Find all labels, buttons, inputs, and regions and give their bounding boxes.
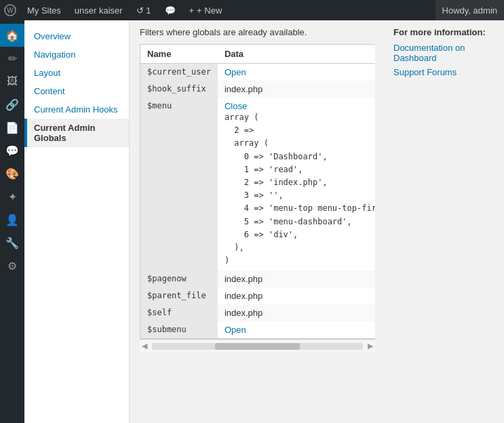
row-name-pagenow: $pagenow <box>140 270 218 287</box>
row-name-self: $self <box>140 304 218 321</box>
side-info-title: For more information: <box>393 27 496 37</box>
row-name-submenu: $submenu <box>140 321 218 339</box>
row-name-current-user: $current_user <box>140 64 218 81</box>
wp-logo[interactable]: W <box>0 0 20 20</box>
col-header-name: Name <box>140 45 218 64</box>
submenu-item-navigation[interactable]: Navigation <box>24 45 129 64</box>
row-data-pagenow: index.php <box>218 270 375 287</box>
sidebar-icon-appearance[interactable]: 🎨 <box>0 162 24 185</box>
svg-text:W: W <box>7 7 14 14</box>
sidebar-icon-posts[interactable]: ✏ <box>0 47 24 70</box>
new-label: + New <box>197 5 222 16</box>
col-header-data: Data <box>218 45 375 64</box>
open-current-user-link[interactable]: Open <box>225 67 246 77</box>
close-menu-link[interactable]: Close <box>225 101 247 111</box>
horizontal-scrollbar[interactable]: ◀ ▶ <box>140 339 375 352</box>
sidebar-icon-tools[interactable]: 🔧 <box>0 231 24 254</box>
updates-menu[interactable]: ↺ 1 <box>130 0 158 20</box>
admin-bar: W My Sites unser kaiser ↺ 1 💬 + + New Ho… <box>0 0 504 20</box>
row-data-menu: Close array ( 2 => array ( 0 => 'Dashboa… <box>218 98 375 270</box>
sidebar-icon-settings[interactable]: ⚙ <box>0 254 24 277</box>
plus-icon: + <box>189 5 195 16</box>
table-row: $parent_file index.php <box>140 287 376 304</box>
sidebar-icon-pages[interactable]: 📄 <box>0 116 24 139</box>
main-content: Filters where globals are already availa… <box>130 20 385 423</box>
submenu-panel: Overview Navigation Layout Content Curre… <box>24 20 130 423</box>
table-row: $pagenow index.php <box>140 270 376 287</box>
sidebar-icon-plugins[interactable]: ✦ <box>0 185 24 208</box>
admin-menu-icons: 🏠 ✏ 🖼 🔗 📄 💬 🎨 ✦ 👤 🔧 ⚙ <box>0 20 24 423</box>
scroll-right-arrow[interactable]: ▶ <box>366 342 375 350</box>
submenu-item-admin-hooks[interactable]: Current Admin Hooks <box>24 100 129 119</box>
table-row: $hook_suffix index.php <box>140 81 376 98</box>
row-data-submenu: Open <box>218 321 375 339</box>
menu-code-block: array ( 2 => array ( 0 => 'Dashboard', 1… <box>225 111 375 267</box>
globals-table: Name Data $current_user Open $hook_suf <box>140 44 375 339</box>
my-sites-menu[interactable]: My Sites <box>20 0 68 20</box>
row-data-parent-file: index.php <box>218 287 375 304</box>
globals-table-wrapper: Name Data $current_user Open $hook_suf <box>140 44 375 339</box>
table-row: $menu Close array ( 2 => array ( 0 => 'D… <box>140 98 376 270</box>
row-data-hook-suffix: index.php <box>218 81 375 98</box>
content-intro: Filters where globals are already availa… <box>140 27 375 37</box>
row-data-self: index.php <box>218 304 375 321</box>
row-name-menu: $menu <box>140 98 218 270</box>
table-row: $current_user Open <box>140 64 376 81</box>
table-row: $submenu Open <box>140 321 376 339</box>
scroll-track[interactable] <box>152 343 363 350</box>
submenu-item-overview[interactable]: Overview <box>24 27 129 45</box>
row-data-current-user: Open <box>218 64 375 81</box>
row-name-hook-suffix: $hook_suffix <box>140 81 218 98</box>
sidebar-icon-users[interactable]: 👤 <box>0 208 24 231</box>
scroll-left-arrow[interactable]: ◀ <box>140 342 149 350</box>
comments-menu[interactable]: 💬 <box>158 0 182 20</box>
wp-body: Filters where globals are already availa… <box>130 20 504 423</box>
side-info-column: For more information: Documentation on D… <box>385 20 504 423</box>
open-submenu-link[interactable]: Open <box>225 325 246 335</box>
table-row: $self index.php <box>140 304 376 321</box>
submenu-item-admin-globals[interactable]: Current Admin Globals <box>24 119 129 147</box>
sidebar-icon-home[interactable]: 🏠 <box>0 24 24 47</box>
howdy-menu[interactable]: Howdy, admin <box>435 0 504 20</box>
sidebar-icon-links[interactable]: 🔗 <box>0 93 24 116</box>
scroll-thumb[interactable] <box>215 343 299 350</box>
submenu-item-layout[interactable]: Layout <box>24 64 129 82</box>
row-name-parent-file: $parent_file <box>140 287 218 304</box>
site-name-menu[interactable]: unser kaiser <box>68 0 130 20</box>
support-forums-link[interactable]: Support Forums <box>393 67 496 77</box>
sidebar-icon-comments[interactable]: 💬 <box>0 139 24 162</box>
documentation-link[interactable]: Documentation on Dashboard <box>393 43 496 63</box>
sidebar-icon-media[interactable]: 🖼 <box>0 70 24 93</box>
new-content-menu[interactable]: + + New <box>182 0 229 20</box>
submenu-item-content[interactable]: Content <box>24 82 129 100</box>
